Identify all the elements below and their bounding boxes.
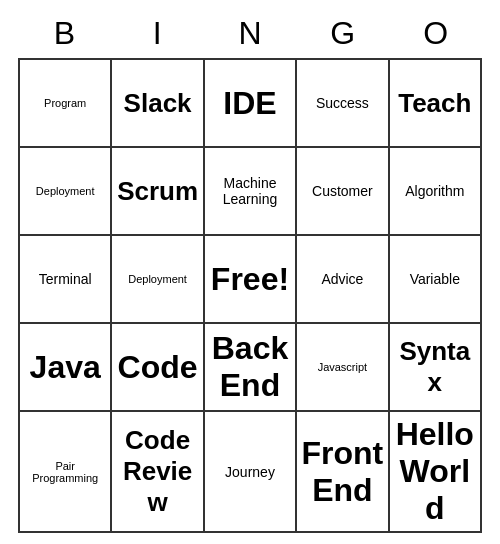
bingo-cell-r1-c0: Deployment [20,148,112,236]
bingo-cell-r3-c1: Code [112,324,204,412]
bingo-cell-r1-c3: Customer [297,148,389,236]
bingo-cell-r4-c3: Front End [297,412,389,533]
bingo-cell-r3-c0: Java [20,324,112,412]
bingo-card: BINGO ProgramSlackIDESuccessTeachDeploym… [10,3,490,541]
bingo-cell-r0-c1: Slack [112,60,204,148]
bingo-cell-r2-c1: Deployment [112,236,204,324]
bingo-cell-r1-c1: Scrum [112,148,204,236]
bingo-header: BINGO [18,11,482,56]
bingo-cell-r0-c2: IDE [205,60,297,148]
bingo-cell-r2-c4: Variable [390,236,482,324]
header-letter: I [111,11,204,56]
bingo-grid: ProgramSlackIDESuccessTeachDeploymentScr… [18,58,482,533]
header-letter: G [296,11,389,56]
bingo-cell-r2-c3: Advice [297,236,389,324]
bingo-cell-r1-c2: Machine Learning [205,148,297,236]
bingo-cell-r3-c3: Javascript [297,324,389,412]
bingo-cell-r4-c1: Code Review [112,412,204,533]
header-letter: O [389,11,482,56]
bingo-cell-r0-c3: Success [297,60,389,148]
bingo-cell-r2-c0: Terminal [20,236,112,324]
bingo-cell-r4-c4: Hello World [390,412,482,533]
bingo-cell-r4-c0: Pair Programming [20,412,112,533]
bingo-cell-r0-c4: Teach [390,60,482,148]
header-letter: N [204,11,297,56]
bingo-cell-r1-c4: Algorithm [390,148,482,236]
bingo-cell-r2-c2: Free! [205,236,297,324]
header-letter: B [18,11,111,56]
bingo-cell-r3-c2: Back End [205,324,297,412]
bingo-cell-r4-c2: Journey [205,412,297,533]
bingo-cell-r3-c4: Syntax [390,324,482,412]
bingo-cell-r0-c0: Program [20,60,112,148]
